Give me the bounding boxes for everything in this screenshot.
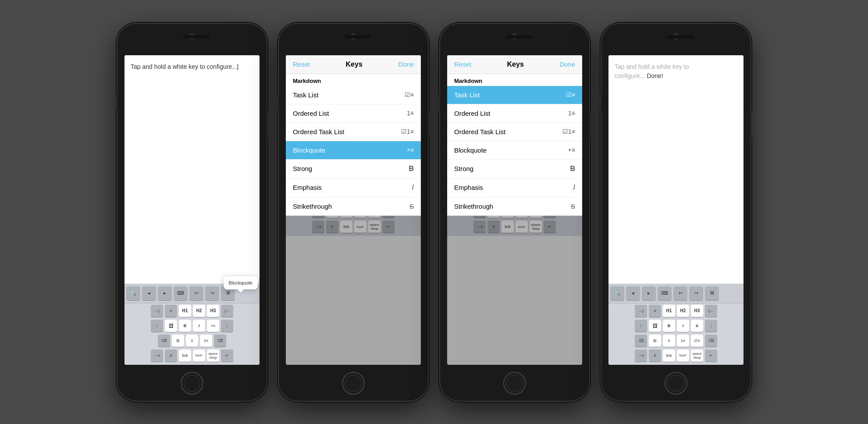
kb-ol-1[interactable]: 1≡	[200, 335, 212, 347]
kb-align-1[interactable]: ≡	[165, 305, 177, 317]
screen-2: Reset Keys Done Markdown Task List ☑≡ Or…	[286, 55, 421, 365]
kb-up-4[interactable]: ↑	[635, 320, 647, 332]
kb-tab-4[interactable]: →|	[635, 305, 647, 317]
popup-item-tasklist-3[interactable]: Task List ☑≡	[447, 86, 582, 104]
kb-h2-1[interactable]: H2	[193, 305, 205, 317]
kb-down-1[interactable]: ↓	[221, 320, 233, 332]
popup-item-orderedtask-3[interactable]: Ordered Task List ☑1≡	[447, 123, 582, 141]
speaker-3	[506, 35, 532, 39]
speaker-2	[345, 35, 371, 39]
kb-image-1[interactable]: 🖼	[165, 320, 177, 332]
kb-backspace-4[interactable]: ⌫	[705, 335, 717, 347]
kb-row4-1: ⌫ ⊞ ≡ 1≡ ⌫	[125, 333, 260, 348]
kb-ul-4[interactable]: ≡	[663, 335, 675, 347]
kb-search-4[interactable]: 🔍	[610, 286, 624, 300]
popup-item-tasklist-2[interactable]: Task List ☑≡	[286, 86, 421, 104]
kb-foot-1[interactable]: footⁿ	[193, 349, 205, 362]
popup-item-strong-2[interactable]: Strong B	[286, 160, 421, 178]
kb-h3-1[interactable]: H3	[207, 305, 219, 317]
kb-bold-4[interactable]: B	[663, 320, 675, 332]
kb-cmd-4[interactable]: ⌘	[705, 286, 719, 300]
home-btn-2[interactable]	[342, 372, 365, 395]
kb-delete-4[interactable]: ⌫	[635, 335, 647, 347]
kb-tabback-1[interactable]: |←	[221, 305, 233, 317]
kb-left-1[interactable]: ◂	[142, 286, 156, 300]
kb-tab-1[interactable]: →|	[151, 305, 163, 317]
home-btn-3[interactable]	[503, 372, 526, 395]
text-content-4: Tap and hold a white key toconfigure... …	[615, 63, 689, 79]
kb-h1-4[interactable]: H1	[663, 305, 675, 317]
kb-right-4[interactable]: ▸	[642, 286, 656, 300]
kb-undo-4[interactable]: ↩	[673, 286, 687, 300]
kb-align-4[interactable]: ≡	[649, 305, 661, 317]
power-btn-1	[266, 111, 268, 138]
kb-redo-4[interactable]: ↪	[689, 286, 703, 300]
kb-italic-4[interactable]: I	[677, 320, 689, 332]
kb-search-1[interactable]: 🔍	[126, 286, 140, 300]
popup-header-2: Reset Keys Done	[286, 55, 421, 74]
kb-left-4[interactable]: ◂	[626, 286, 640, 300]
kb-table-1[interactable]: ⊞	[172, 335, 184, 347]
kb-down-4[interactable]: ↓	[705, 320, 717, 332]
kb-undo-1[interactable]: ↩	[189, 286, 203, 300]
home-btn-1[interactable]	[181, 372, 203, 395]
kb-ul-1[interactable]: ≡	[186, 335, 198, 347]
kb-foot-4[interactable]: footⁿ	[677, 349, 689, 362]
popup-done-3[interactable]: Done	[559, 61, 575, 68]
kb-delete-1[interactable]: ⌫	[158, 335, 170, 347]
phone-4: Tap and hold a white key toconfigure... …	[601, 24, 751, 401]
kb-redo-1[interactable]: ↪	[205, 286, 219, 300]
popup-item-strike-2[interactable]: Strikethrough S	[286, 197, 421, 216]
kb-blockquote-1[interactable]: ‣≡	[207, 320, 219, 332]
kb-toolbar-row1-4: 🔍 ◂ ▸ ⌨ ↩ ↪ ⌘	[608, 284, 743, 303]
popup-overlay-2: Reset Keys Done Markdown Task List ☑≡ Or…	[286, 55, 421, 365]
screen-1: Tap and hold a white key to configure...…	[125, 55, 260, 365]
kb-table-4[interactable]: ⊞	[649, 335, 661, 347]
kb-italic-1[interactable]: I	[193, 320, 205, 332]
popup-item-strike-3[interactable]: Strikethrough S	[447, 197, 582, 216]
speaker-4	[667, 35, 694, 39]
kb-indent-1[interactable]: →≡	[151, 349, 163, 362]
kb-num-1[interactable]: #	[165, 349, 177, 362]
kb-h1-1[interactable]: H1	[179, 305, 191, 317]
kb-link-4[interactable]: link	[663, 349, 675, 362]
popup-item-orderedtask-2[interactable]: Ordered Task List ☑1≡	[286, 123, 421, 141]
kb-tabback-4[interactable]: |←	[705, 305, 717, 317]
popup-item-orderedlist-2[interactable]: Ordered List 1≡	[286, 104, 421, 123]
popup-item-orderedlist-3[interactable]: Ordered List 1≡	[447, 104, 582, 123]
popup-menu-3: Reset Keys Done Markdown Task List ☑≡ Or…	[447, 55, 582, 216]
kb-space-4[interactable]: spacenbsp	[691, 349, 703, 362]
keyboard-4: 🔍 ◂ ▸ ⌨ ↩ ↪ ⌘ →| ≡ H1 H2 H3 |← ↑	[608, 284, 743, 365]
kb-keyboard-4[interactable]: ⌨	[658, 286, 672, 300]
kb-indent-4[interactable]: →≡	[635, 349, 647, 362]
kb-ol-4[interactable]: 1≡	[677, 335, 689, 347]
kb-enter-1[interactable]: ↵	[221, 349, 233, 362]
kb-space-1[interactable]: spacenbsp	[207, 349, 219, 362]
screen-3: Reset Keys Done Markdown Task List ☑≡ Or…	[447, 55, 582, 365]
kb-enter-4[interactable]: ↵	[705, 349, 717, 362]
kb-strike-4[interactable]: S	[691, 320, 703, 332]
popup-item-emphasis-2[interactable]: Emphasis I	[286, 178, 421, 197]
popup-item-strong-3[interactable]: Strong B	[447, 160, 582, 178]
kb-backspace-1[interactable]: ⌫	[214, 335, 226, 347]
popup-item-emphasis-3[interactable]: Emphasis I	[447, 178, 582, 197]
popup-done-2[interactable]: Done	[398, 61, 414, 68]
popup-reset-2[interactable]: Reset	[293, 61, 310, 68]
kb-right-1[interactable]: ▸	[158, 286, 172, 300]
popup-reset-3[interactable]: Reset	[454, 61, 471, 68]
kb-image-4[interactable]: 🖼	[649, 320, 661, 332]
kb-h3-4[interactable]: H3	[691, 305, 703, 317]
kb-num-4[interactable]: #	[649, 349, 661, 362]
phones-container: Tap and hold a white key to configure...…	[109, 15, 759, 410]
kb-h2-4[interactable]: H2	[677, 305, 689, 317]
kb-up-1[interactable]: ↑	[151, 320, 163, 332]
kb-link-1[interactable]: link	[179, 349, 191, 362]
kb-tasklist-4[interactable]: ☑≡	[691, 335, 703, 347]
popup-section-3: Markdown	[447, 74, 582, 86]
popup-item-blockquote-3[interactable]: Blockquote ‣≡	[447, 141, 582, 160]
popup-item-blockquote-2[interactable]: Blockquote ‣≡	[286, 141, 421, 160]
home-btn-4[interactable]	[665, 372, 687, 395]
kb-bold-1[interactable]: B	[179, 320, 191, 332]
volume-btn-4	[600, 94, 601, 110]
kb-keyboard-1[interactable]: ⌨	[174, 286, 188, 300]
